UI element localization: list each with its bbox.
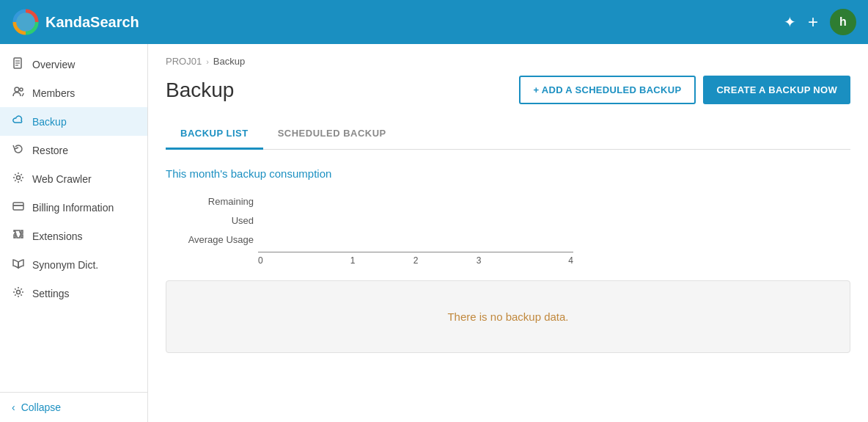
svg-point-6 [20, 88, 23, 91]
bar-remaining [258, 192, 625, 211]
chart-label-used: Used [180, 211, 254, 230]
svg-point-7 [17, 176, 21, 180]
svg-rect-8 [13, 203, 23, 210]
add-scheduled-backup-button[interactable]: + ADD A SCHEDULED BACKUP [519, 76, 696, 104]
sidebar-item-settings-label: Settings [32, 288, 70, 299]
chart-x-axis: 0 1 2 3 4 [258, 252, 573, 266]
chart-title: This month's backup consumption [166, 167, 850, 180]
tab-backup-list[interactable]: BACKUP LIST [166, 119, 263, 150]
sidebar-item-overview-label: Overview [32, 59, 75, 70]
sidebar-item-backup[interactable]: Backup [0, 107, 147, 136]
page-header: Backup + ADD A SCHEDULED BACKUP CREATE A… [166, 76, 850, 104]
no-data-message: There is no backup data. [447, 310, 568, 323]
chart-label-average: Average Usage [180, 230, 254, 249]
sidebar-item-settings[interactable]: Settings [0, 279, 147, 308]
chart-y-labels: Remaining Used Average Usage [180, 192, 254, 266]
no-data-area: There is no backup data. [166, 280, 850, 353]
main-layout: Overview Members Backup Restore [0, 44, 868, 422]
header: KandaSearch ✦ + h [0, 0, 868, 44]
logo-text: KandaSearch [45, 14, 139, 31]
sidebar-item-restore-label: Restore [32, 145, 68, 156]
cloud-icon [12, 114, 25, 128]
sidebar-item-extensions-label: Extensions [32, 230, 82, 242]
sidebar-item-backup-label: Backup [32, 116, 67, 128]
chart-label-remaining: Remaining [180, 192, 254, 211]
credit-card-icon [12, 200, 25, 214]
sidebar-item-synonym-dict[interactable]: Synonym Dict. [0, 250, 147, 279]
svg-point-5 [15, 87, 19, 92]
breadcrumb-current: Backup [213, 56, 245, 67]
users-icon [12, 86, 25, 100]
puzzle-piece-icon [12, 229, 25, 243]
collapse-label: Collapse [21, 401, 61, 413]
sidebar-item-restore[interactable]: Restore [0, 136, 147, 164]
sidebar-item-members[interactable]: Members [0, 79, 147, 107]
sidebar-nav: Overview Members Backup Restore [0, 44, 147, 392]
svg-point-10 [17, 291, 21, 294]
sidebar-item-billing[interactable]: Billing Information [0, 193, 147, 222]
tick-1: 1 [321, 255, 384, 266]
chart-bars [258, 192, 625, 249]
tabs: BACKUP LIST SCHEDULED BACKUP [166, 119, 850, 150]
sidebar-item-extensions[interactable]: Extensions [0, 222, 147, 250]
tick-3: 3 [447, 255, 510, 266]
create-backup-now-button[interactable]: CREATE A BACKUP NOW [703, 76, 850, 104]
breadcrumb-parent[interactable]: PROJ01 [166, 56, 202, 67]
bar-used [258, 211, 625, 230]
content-area: PROJ01 › Backup Backup + ADD A SCHEDULED… [148, 44, 868, 422]
add-icon[interactable]: + [808, 12, 818, 32]
sidebar: Overview Members Backup Restore [0, 44, 148, 422]
avatar[interactable]: h [830, 9, 856, 35]
puzzle-icon[interactable]: ✦ [784, 13, 796, 31]
logo[interactable]: KandaSearch [12, 8, 139, 36]
settings-icon [12, 286, 25, 300]
sidebar-collapse-btn[interactable]: ‹ Collapse [0, 392, 147, 422]
breadcrumb: PROJ01 › Backup [166, 56, 850, 67]
breadcrumb-separator: › [206, 57, 209, 66]
bar-average [258, 230, 625, 249]
sidebar-item-synonym-dict-label: Synonym Dict. [32, 259, 98, 271]
book-icon [12, 57, 25, 71]
chart-plot: 0 1 2 3 4 [258, 192, 625, 266]
chart-section: This month's backup consumption Remainin… [166, 167, 850, 266]
tick-4: 4 [510, 255, 573, 266]
sidebar-item-web-crawler[interactable]: Web Crawler [0, 164, 147, 193]
chevron-left-icon: ‹ [12, 401, 15, 413]
sidebar-item-members-label: Members [32, 87, 75, 99]
page-actions: + ADD A SCHEDULED BACKUP CREATE A BACKUP… [519, 76, 850, 104]
header-actions: ✦ + h [784, 9, 856, 35]
tick-2: 2 [384, 255, 447, 266]
history-icon [12, 143, 25, 157]
logo-icon [12, 8, 40, 36]
tab-scheduled-backup[interactable]: SCHEDULED BACKUP [263, 119, 401, 150]
book-open-icon [12, 258, 25, 272]
cog-icon [12, 172, 25, 186]
page-title: Backup [166, 79, 234, 102]
sidebar-item-web-crawler-label: Web Crawler [32, 173, 92, 185]
sidebar-item-billing-label: Billing Information [32, 202, 114, 214]
tick-0: 0 [258, 255, 321, 266]
sidebar-item-overview[interactable]: Overview [0, 50, 147, 79]
